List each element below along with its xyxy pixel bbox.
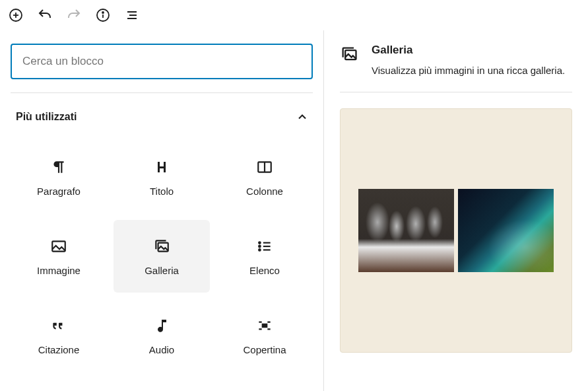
- preview-thumbnail: [358, 189, 454, 272]
- divider: [11, 92, 313, 93]
- block-paragrafo[interactable]: Paragrafo: [11, 141, 107, 213]
- cover-icon: [255, 316, 274, 335]
- paragraph-icon: [49, 158, 68, 176]
- section-title: Più utilizzati: [16, 111, 77, 123]
- chevron-up-icon: [294, 109, 310, 125]
- svg-point-5: [102, 12, 104, 13]
- section-most-used[interactable]: Più utilizzati: [11, 105, 313, 129]
- gallery-icon: [152, 237, 171, 256]
- preview-canvas: [340, 108, 572, 353]
- block-inserter-panel: Più utilizzati Paragrafo Titolo: [0, 30, 323, 391]
- block-label: Titolo: [150, 186, 174, 197]
- block-galleria[interactable]: Galleria: [114, 220, 210, 293]
- block-elenco[interactable]: Elenco: [216, 220, 313, 293]
- svg-point-13: [259, 242, 261, 244]
- editor-toolbar: [0, 0, 588, 30]
- block-immagine[interactable]: Immagine: [11, 220, 107, 293]
- audio-icon: [152, 316, 171, 335]
- preview-text: Galleria Visualizza più immagini in una …: [372, 44, 565, 79]
- preview-thumbnail: [458, 189, 554, 272]
- block-label: Paragrafo: [37, 186, 81, 197]
- undo-icon[interactable]: [37, 7, 53, 23]
- svg-rect-19: [262, 323, 268, 328]
- preview-description: Visualizza più immagini in una ricca gal…: [372, 63, 565, 79]
- block-grid: Paragrafo Titolo Colonne Immagine: [11, 129, 313, 372]
- columns-icon: [255, 158, 274, 176]
- gallery-icon: [340, 45, 358, 63]
- block-label: Elenco: [249, 265, 280, 276]
- block-label: Copertina: [243, 344, 286, 355]
- list-icon: [255, 237, 274, 256]
- block-label: Immagine: [37, 265, 81, 276]
- block-colonne[interactable]: Colonne: [216, 141, 313, 213]
- block-titolo[interactable]: Titolo: [114, 141, 210, 213]
- image-icon: [49, 237, 68, 256]
- outline-icon[interactable]: [124, 7, 140, 23]
- redo-icon: [66, 7, 82, 23]
- quote-icon: [49, 316, 68, 335]
- preview-header: Galleria Visualizza più immagini in una …: [340, 44, 572, 92]
- block-label: Citazione: [38, 344, 80, 355]
- inserter-main: Più utilizzati Paragrafo Titolo: [0, 30, 588, 391]
- svg-point-15: [259, 249, 261, 251]
- preview-title: Galleria: [372, 44, 565, 57]
- search-input[interactable]: [11, 44, 313, 79]
- block-label: Galleria: [145, 265, 179, 276]
- block-copertina[interactable]: Copertina: [216, 299, 313, 372]
- search-wrap: [11, 44, 313, 79]
- block-preview-panel: Galleria Visualizza più immagini in una …: [323, 30, 588, 391]
- info-icon[interactable]: [95, 7, 111, 23]
- block-label: Colonne: [246, 186, 283, 197]
- block-label: Audio: [149, 344, 174, 355]
- heading-icon: [152, 158, 171, 176]
- block-audio[interactable]: Audio: [114, 299, 210, 372]
- svg-point-14: [259, 245, 261, 247]
- block-citazione[interactable]: Citazione: [11, 299, 107, 372]
- add-block-icon[interactable]: [8, 7, 24, 23]
